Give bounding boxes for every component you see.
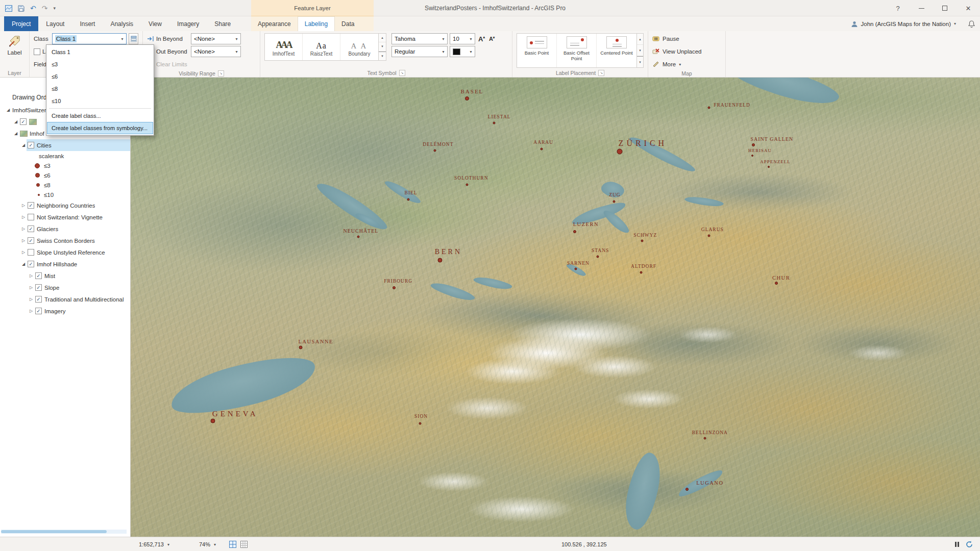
tab-imagery[interactable]: Imagery: [169, 16, 207, 31]
layer-visibility-checkbox[interactable]: ✓: [28, 226, 34, 232]
contents-horizontal-scrollbar[interactable]: [1, 530, 127, 534]
minimize-button[interactable]: [910, 0, 933, 16]
layer-row-swiss-conton-borders[interactable]: ▷✓Swiss Conton Borders: [0, 235, 130, 246]
layout-grid-icon[interactable]: [240, 541, 248, 548]
text-color-picker[interactable]: ▾: [450, 46, 475, 57]
text-style-boundary[interactable]: A A Boundary: [340, 34, 378, 60]
layer-row-imagery[interactable]: ▷✓Imagery: [0, 305, 130, 317]
font-style-combo[interactable]: Regular ▾: [391, 46, 448, 57]
tab-analysis[interactable]: Analysis: [103, 16, 141, 31]
dropdown-item-3[interactable]: ≤3: [47, 58, 153, 70]
out-beyond-combo[interactable]: <None> ▾: [191, 46, 241, 57]
layer-visibility-checkbox[interactable]: ✓: [28, 237, 34, 244]
class-combo[interactable]: Class 1 ▾: [52, 33, 127, 44]
dropdown-item-create-label-class[interactable]: Create label class...: [47, 110, 153, 122]
layer-row-cities[interactable]: ◢✓Cities: [0, 139, 130, 151]
dropdown-item-8[interactable]: ≤8: [47, 83, 153, 95]
layer-visibility-checkbox[interactable]: ✓: [35, 296, 42, 303]
pause-drawing-icon[interactable]: [954, 537, 960, 551]
expand-open-icon[interactable]: ◢: [13, 131, 19, 136]
tab-appearance[interactable]: Appearance: [251, 16, 298, 31]
layer-visibility-checkbox[interactable]: [28, 214, 34, 220]
expand-closed-icon[interactable]: ▷: [28, 309, 34, 313]
layer-row-neighboring-countries[interactable]: ▷✓Neighboring Countries: [0, 199, 130, 211]
more-labeling-options-button[interactable]: More ▾: [652, 59, 721, 70]
text-style-raisztext[interactable]: Aa RaiszText: [303, 34, 340, 60]
maximize-button[interactable]: [933, 0, 957, 16]
refresh-map-icon[interactable]: [966, 537, 973, 551]
placement-basic-point[interactable]: Basic Point: [517, 34, 557, 67]
tab-insert[interactable]: Insert: [72, 16, 103, 31]
tab-view[interactable]: View: [141, 16, 169, 31]
layer-visibility-checkbox[interactable]: ✓: [20, 118, 27, 125]
label-button[interactable]: Label: [4, 33, 25, 56]
notifications-bell-icon[interactable]: [968, 20, 975, 28]
layer-visibility-checkbox[interactable]: ✓: [28, 261, 34, 267]
pause-labeling-button[interactable]: Pause: [652, 33, 721, 44]
tab-data[interactable]: Data: [335, 16, 361, 31]
expand-open-icon[interactable]: ◢: [20, 143, 27, 147]
decrease-font-size-button[interactable]: A▾: [488, 36, 496, 42]
help-button[interactable]: ?: [886, 0, 910, 16]
expand-closed-icon[interactable]: ▷: [28, 297, 34, 302]
account-name[interactable]: John (ArcGIS Maps for the Nation): [861, 21, 951, 27]
map-view[interactable]: BASELLIESTALFRAUENFELDDELÉMONTAARAUZÜRIC…: [131, 78, 980, 537]
expand-closed-icon[interactable]: ▷: [20, 203, 27, 208]
project-icon[interactable]: [5, 5, 12, 12]
layer-row-mist[interactable]: ▷✓Mist: [0, 270, 130, 282]
tab-labeling[interactable]: Labeling: [298, 16, 335, 31]
view-unplaced-button[interactable]: View Unplaced: [652, 46, 721, 57]
class-combo-caret-icon[interactable]: ▾: [118, 34, 126, 44]
layer-row-traditional-and-multidirectional[interactable]: ▷✓Traditional and Multidirectional: [0, 293, 130, 305]
layer-row-not-switzerland-vignette[interactable]: ▷Not Switzerland: Vignette: [0, 211, 130, 223]
font-size-combo[interactable]: 10 ▾: [450, 33, 475, 44]
clear-limits-button[interactable]: Clear Limits: [156, 61, 187, 67]
in-beyond-combo[interactable]: <None> ▾: [191, 33, 241, 44]
font-combo[interactable]: Tahoma ▾: [391, 33, 448, 44]
layer-row-slope[interactable]: ▷✓Slope: [0, 282, 130, 293]
tab-project[interactable]: Project: [4, 16, 38, 31]
layer-visibility-checkbox[interactable]: ✓: [28, 202, 34, 209]
scrollbar-thumb[interactable]: [1, 530, 107, 533]
layer-row-imhof-hillshade[interactable]: ◢✓Imhof Hillshade: [0, 258, 130, 270]
text-symbol-dialog-launcher[interactable]: ↘: [399, 70, 405, 76]
account-caret-icon[interactable]: ▾: [954, 21, 956, 26]
gallery-up-icon[interactable]: ▴: [379, 34, 386, 42]
gallery-down-icon[interactable]: ▾: [379, 42, 386, 51]
text-style-imhoftext[interactable]: AAA ImhofText: [265, 34, 303, 60]
gallery-down-icon[interactable]: ▾: [637, 45, 643, 56]
label-class-options-button[interactable]: [129, 33, 138, 44]
gallery-expand-icon[interactable]: ▾: [637, 56, 643, 67]
placement-basic-offset-point[interactable]: Basic Offset Point: [557, 34, 597, 67]
display-zoom-combo[interactable]: 74%▾: [199, 537, 216, 551]
visibility-range-dialog-launcher[interactable]: ↘: [218, 70, 224, 77]
layer-visibility-checkbox[interactable]: ✓: [35, 272, 42, 279]
undo-icon[interactable]: ↶: [30, 5, 36, 12]
gallery-up-icon[interactable]: ▴: [637, 34, 643, 45]
close-button[interactable]: ✕: [957, 0, 980, 16]
dropdown-item-create-label-classes-from-symbology[interactable]: Create label classes from symbology...: [47, 122, 153, 134]
expand-closed-icon[interactable]: ▷: [28, 285, 34, 290]
snap-grid-icon[interactable]: [229, 541, 236, 548]
layer-visibility-checkbox[interactable]: ✓: [28, 142, 34, 148]
dropdown-item-10[interactable]: ≤10: [47, 95, 153, 107]
increase-font-size-button[interactable]: A▴: [477, 35, 486, 43]
save-icon[interactable]: [18, 5, 24, 12]
layer-row-slope-unstyled-reference[interactable]: ▷Slope Unstyled Reference: [0, 246, 130, 258]
expand-closed-icon[interactable]: ▷: [20, 238, 27, 243]
dropdown-item-class-1[interactable]: Class 1: [47, 46, 153, 58]
layer-visibility-checkbox[interactable]: ✓: [35, 308, 42, 314]
placement-centered-point[interactable]: Centered Point: [597, 34, 636, 67]
expand-open-icon[interactable]: ◢: [13, 119, 19, 124]
map-scale-combo[interactable]: 1:652,713▾: [139, 537, 169, 551]
expand-closed-icon[interactable]: ▷: [20, 250, 27, 255]
tab-layout[interactable]: Layout: [38, 16, 72, 31]
expand-open-icon[interactable]: ◢: [20, 262, 27, 266]
tab-share[interactable]: Share: [207, 16, 238, 31]
gallery-expand-icon[interactable]: ▾: [379, 52, 386, 60]
layer-visibility-checkbox[interactable]: ✓: [35, 284, 42, 291]
dropdown-item-6[interactable]: ≤6: [47, 70, 153, 83]
label-visibility-checkbox[interactable]: [34, 48, 40, 55]
expand-closed-icon[interactable]: ▷: [28, 273, 34, 278]
customize-qat-icon[interactable]: ▾: [53, 6, 56, 11]
